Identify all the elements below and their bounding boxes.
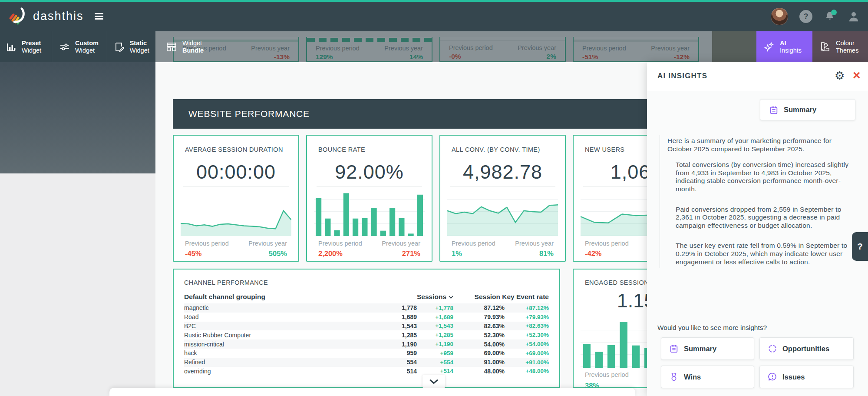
more-insights-question: Would you like to see more insights? — [657, 324, 767, 332]
table-row: Road1,689+1,68979.93%+79.93% — [184, 313, 549, 322]
kpi-value: 00:00:00 — [174, 161, 298, 183]
issues-button[interactable]: Issues — [759, 366, 854, 388]
sparkles-icon — [763, 41, 775, 53]
bar-chart — [314, 187, 425, 236]
summary-chip[interactable]: Summary — [760, 99, 855, 120]
issue-bubble-icon — [768, 372, 777, 382]
ai-insights-button[interactable]: AIInsights — [756, 31, 812, 62]
settings-gear-icon[interactable]: ⚙ — [835, 69, 845, 83]
widget-title: CHANNEL PERFORMANCE — [184, 279, 549, 286]
section-title: WEBSITE PERFORMANCE — [173, 109, 310, 119]
sparkline-chart — [181, 187, 291, 236]
area-chart — [447, 187, 558, 236]
bottom-sheet — [109, 388, 635, 396]
table-row: B2C1,543+1,54382.63%+82.63% — [184, 322, 549, 331]
table-row: overriding514+51448.00%+48.00% — [184, 367, 549, 376]
widget-bundle-icon — [166, 41, 177, 53]
kpi-value: 92.00% — [307, 161, 432, 183]
chevron-down-icon — [429, 379, 438, 384]
kpi-card-all-conversions: ALL CONV. (BY CONV. TIME) 4,982.78 Previ… — [439, 135, 566, 262]
channel-performance-widget: CHANNEL PERFORMANCE Default channel grou… — [173, 269, 560, 388]
dashthis-app: Previous periodPrevious year -13% Previo… — [0, 0, 868, 396]
dashthis-hand-icon — [7, 6, 27, 26]
table-row: Refined554+55491.00%+91.00% — [184, 358, 549, 367]
help-icon[interactable]: ? — [799, 10, 812, 23]
dashthis-logo[interactable]: dashthis — [7, 6, 84, 26]
insight-buttons: Summary Opportunities Wins — [661, 337, 854, 388]
colour-themes-button[interactable]: ColourThemes — [812, 31, 868, 62]
kpi-card-average-session-duration: AVERAGE SESSION DURATION 00:00:00 Previo… — [173, 135, 299, 262]
kpi-value: 4,982.78 — [440, 161, 565, 183]
app-header: dashthis ? — [0, 2, 868, 31]
table-body: magnetic1,778+1,77887.12%+87.12%Road1,68… — [184, 303, 549, 376]
close-icon[interactable]: × — [853, 68, 861, 83]
table-row: Rustic Rubber Computer1,285+1,28552.30%+… — [184, 330, 549, 339]
table-row: hack959+95969.00%+69.00% — [184, 349, 549, 358]
widget-toolbar: PresetWidget CustomWidget StaticWidget — [0, 31, 155, 62]
custom-widget-button[interactable]: CustomWidget — [52, 31, 107, 62]
colour-swatch-icon — [819, 41, 831, 53]
toolbar-overlay — [155, 31, 756, 62]
left-cover-block — [0, 62, 155, 173]
avatar[interactable] — [771, 8, 788, 25]
ai-panel-header: AI INSIGHTS ⚙ × — [647, 62, 868, 91]
column-header-rate: Session Key Event rate — [453, 293, 549, 301]
opportunities-button[interactable]: Opportunities — [759, 337, 854, 360]
summary-button[interactable]: Summary — [661, 337, 754, 360]
notification-dot — [831, 10, 837, 15]
ai-summary-text: Here is a summary of your marketing perf… — [660, 135, 856, 268]
notepad-icon — [669, 344, 679, 353]
ai-insights-panel: AI INSIGHTS ⚙ × Summary Here is a summar… — [647, 62, 868, 396]
table-row: magnetic1,778+1,77887.12%+87.12% — [184, 303, 549, 313]
table-row: mission-critical1,190+1,19054.00%+54.00% — [184, 339, 549, 349]
target-icon — [768, 344, 777, 353]
static-widget-button[interactable]: StaticWidget — [107, 31, 155, 62]
menu-icon[interactable] — [95, 13, 103, 20]
expand-table-button[interactable] — [422, 375, 445, 388]
note-pencil-icon — [114, 42, 125, 52]
bar-chart-icon — [6, 42, 17, 52]
wins-button[interactable]: Wins — [661, 366, 754, 388]
notepad-icon — [769, 105, 779, 115]
account-icon[interactable] — [847, 10, 860, 23]
floating-help-tab[interactable]: ? — [852, 232, 868, 261]
sort-chevron-icon — [449, 296, 453, 299]
notifications-bell-icon[interactable] — [824, 10, 836, 23]
preset-widget-button[interactable]: PresetWidget — [0, 31, 52, 62]
ai-panel-title: AI INSIGHTS — [657, 72, 707, 80]
medal-icon — [669, 372, 679, 382]
column-header-channel: Default channel grouping — [184, 293, 377, 301]
column-header-sessions[interactable]: Sessions — [377, 293, 453, 301]
section-header: WEBSITE PERFORMANCE — [173, 99, 712, 129]
widget-bundle-button[interactable]: WidgetBundle — [166, 31, 244, 62]
sliders-icon — [59, 42, 70, 52]
kpi-card-bounce-rate: BOUNCE RATE 92.00% Previous periodPrevio… — [306, 135, 432, 262]
